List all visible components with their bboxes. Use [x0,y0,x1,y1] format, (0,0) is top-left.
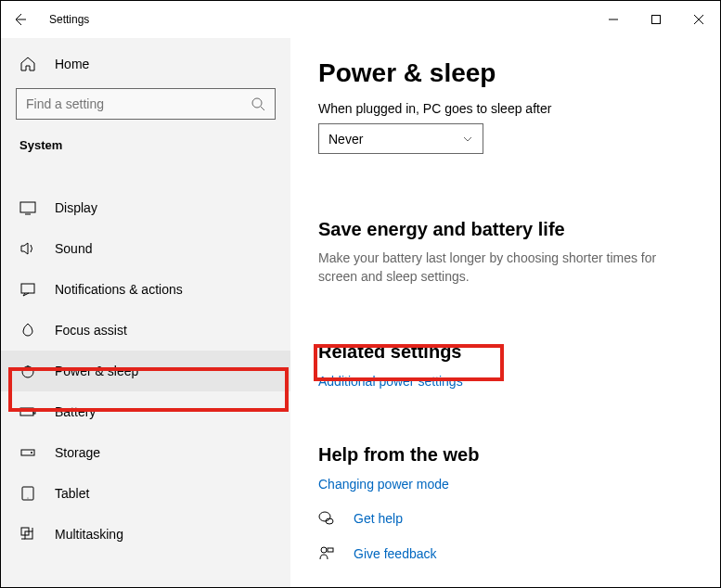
sidebar-item-notifications[interactable]: Notifications & actions [1,269,290,310]
section-system-label: System [1,129,290,160]
svg-rect-16 [328,548,333,552]
svg-rect-3 [21,284,34,293]
sidebar-item-battery[interactable]: Battery [1,391,290,432]
sidebar-item-label: Sound [55,241,92,256]
minimize-button[interactable] [592,6,635,33]
help-icon [318,510,337,527]
svg-point-10 [28,498,29,499]
search-field[interactable] [26,96,251,111]
additional-power-settings-link[interactable]: Additional power settings [318,374,692,389]
sidebar-item-focus-assist[interactable]: Focus assist [1,310,290,351]
svg-point-1 [252,98,262,108]
sound-icon [19,240,38,257]
close-button[interactable] [677,6,720,33]
battery-icon [19,403,38,420]
tablet-icon [19,485,38,502]
storage-icon [19,444,38,461]
page-title: Power & sleep [318,58,692,88]
sidebar: Home System Display Sound Notificatio [1,38,290,587]
focus-assist-icon [19,322,38,339]
sidebar-item-power-sleep[interactable]: Power & sleep [1,351,290,391]
main-content: Power & sleep When plugged in, PC goes t… [290,38,720,587]
get-help-label: Get help [354,511,403,526]
sidebar-item-label: Tablet [55,486,89,501]
give-feedback-label: Give feedback [354,546,437,561]
home-nav[interactable]: Home [1,45,290,83]
home-icon [19,56,38,72]
sidebar-item-sound[interactable]: Sound [1,228,290,269]
chevron-down-icon [462,134,473,145]
sidebar-item-display[interactable]: Display [1,187,290,228]
multitasking-icon [19,526,38,543]
help-heading: Help from the web [318,444,692,466]
svg-point-8 [31,452,32,454]
sleep-dropdown[interactable]: Never [318,123,483,154]
window-title: Settings [49,13,89,26]
window-controls [592,6,720,33]
sidebar-item-label: Notifications & actions [55,282,183,297]
svg-rect-0 [652,16,661,24]
notifications-icon [19,281,38,298]
sidebar-item-label: Power & sleep [55,364,138,378]
sidebar-item-tablet[interactable]: Tablet [1,473,290,514]
svg-point-15 [321,547,327,553]
sidebar-item-label: Focus assist [55,323,127,338]
get-help-link[interactable]: Get help [318,510,692,527]
maximize-button[interactable] [635,6,677,33]
sidebar-item-label: Storage [55,445,100,460]
sidebar-item-label: Multitasking [55,527,123,542]
feedback-icon [318,545,337,562]
sleep-setting-label: When plugged in, PC goes to sleep after [318,101,692,116]
search-input[interactable] [16,88,276,120]
svg-rect-5 [20,408,33,415]
svg-point-13 [319,512,330,521]
sidebar-item-multitasking[interactable]: Multitasking [1,514,290,555]
search-icon [251,96,265,111]
give-feedback-link[interactable]: Give feedback [318,545,692,562]
sidebar-item-label: Battery [55,404,96,419]
sidebar-item-label: Display [55,200,97,215]
titlebar: Settings [1,1,720,38]
display-icon [19,199,38,216]
svg-rect-6 [33,410,35,414]
sidebar-item-storage[interactable]: Storage [1,432,290,473]
back-button[interactable] [1,1,38,38]
svg-rect-2 [20,202,35,212]
energy-heading: Save energy and battery life [318,219,692,240]
related-heading: Related settings [318,341,692,363]
energy-description: Make your battery last longer by choosin… [318,249,671,286]
power-icon [19,363,38,379]
changing-power-mode-link[interactable]: Changing power mode [318,477,692,492]
home-label: Home [55,57,89,71]
dropdown-value: Never [328,132,363,147]
